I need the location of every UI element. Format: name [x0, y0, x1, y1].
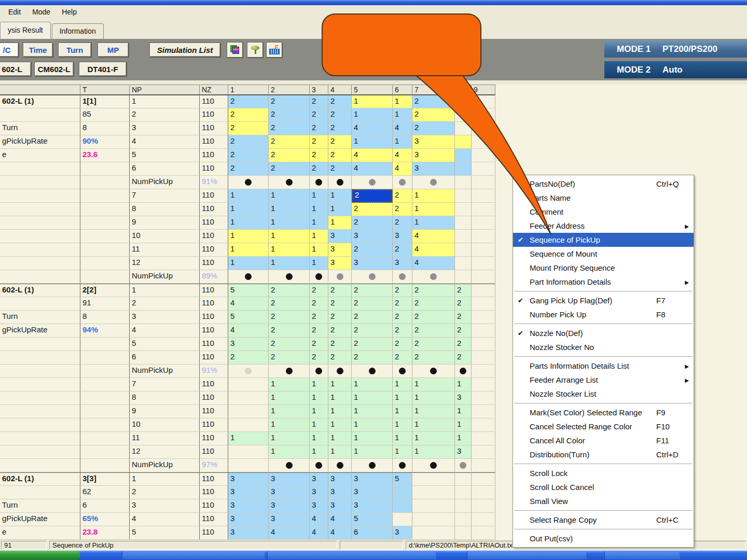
- grid-cell[interactable]: 3: [352, 230, 393, 243]
- grid-cell[interactable]: 2: [310, 135, 328, 149]
- grid-cell[interactable]: 1: [228, 230, 269, 243]
- grid-cell[interactable]: [455, 108, 472, 122]
- grid-cell[interactable]: [228, 405, 269, 418]
- grid-cell[interactable]: 1: [269, 216, 310, 230]
- grid-cell[interactable]: 4: [328, 513, 352, 526]
- grid-cell[interactable]: 2: [352, 324, 393, 338]
- grid-cell[interactable]: [472, 243, 495, 257]
- grid-cell[interactable]: [455, 230, 472, 243]
- grid-cell[interactable]: 1: [310, 230, 328, 243]
- grid-cell[interactable]: [472, 405, 495, 418]
- grid-cell[interactable]: 2: [328, 162, 352, 176]
- grid-cell[interactable]: 2: [228, 135, 269, 149]
- grid-cell[interactable]: 1: [269, 378, 310, 391]
- grid-cell[interactable]: 2: [412, 95, 455, 108]
- grid-cell[interactable]: [472, 95, 495, 108]
- grid-cell[interactable]: 1: [393, 418, 412, 432]
- grid-cell[interactable]: [472, 216, 495, 230]
- grid-cell[interactable]: 3: [310, 499, 328, 513]
- grid-cell[interactable]: [228, 445, 269, 459]
- grid-cell[interactable]: 2: [310, 162, 328, 176]
- grid-cell[interactable]: 3: [228, 499, 269, 513]
- menu-item-mark-set-color-selected-range[interactable]: Mark(Set Color) Selected RangeF9: [513, 405, 694, 419]
- grid-cell[interactable]: 2: [328, 338, 352, 351]
- grid-cell[interactable]: [472, 230, 495, 243]
- grid-cell[interactable]: 2: [412, 351, 455, 365]
- grid-cell[interactable]: [472, 162, 495, 176]
- grid-cell[interactable]: 3: [352, 472, 393, 486]
- grid-cell[interactable]: [472, 445, 495, 459]
- grid-cell[interactable]: 1: [310, 418, 328, 432]
- grid-cell[interactable]: 2: [455, 338, 472, 351]
- grid-cell[interactable]: 1: [310, 257, 328, 270]
- grid-cell[interactable]: 1: [228, 189, 269, 203]
- grid-cell[interactable]: 4: [310, 513, 328, 526]
- pickup-dot-cell[interactable]: [328, 270, 352, 284]
- pickup-dot-cell[interactable]: [352, 270, 393, 284]
- menu-mode[interactable]: Mode: [27, 6, 56, 18]
- grid-cell[interactable]: 2: [328, 324, 352, 338]
- grid-cell[interactable]: 2: [328, 297, 352, 311]
- grid-cell[interactable]: 3: [228, 513, 269, 526]
- grid-cell[interactable]: [472, 338, 495, 351]
- grid-cell[interactable]: [455, 257, 472, 270]
- grid-cell[interactable]: 1: [310, 189, 328, 203]
- grid-cell[interactable]: [393, 486, 412, 499]
- pickup-dot-cell[interactable]: [393, 365, 412, 378]
- grid-cell[interactable]: 2: [352, 216, 393, 230]
- grid-cell[interactable]: 1: [328, 203, 352, 216]
- pickup-dot-cell[interactable]: [455, 176, 472, 189]
- grid-cell[interactable]: 2: [352, 284, 393, 297]
- machine-602l-button[interactable]: 602-L: [0, 62, 31, 76]
- grid-cell[interactable]: 2: [393, 243, 412, 257]
- pickup-dot-cell[interactable]: [412, 270, 455, 284]
- grid-cell[interactable]: 3: [328, 486, 352, 499]
- menu-item-out-put-csv[interactable]: Out Put(csv): [513, 531, 694, 545]
- grid-cell[interactable]: 6: [352, 526, 393, 540]
- grid-cell[interactable]: [455, 189, 472, 203]
- menu-item-partsno-def[interactable]: PartsNo(Def)Ctrl+Q: [513, 177, 694, 191]
- grid-cell[interactable]: 2: [328, 95, 352, 108]
- menu-item-distribution-turn[interactable]: Distribution(Turn)Ctrl+D: [513, 447, 694, 461]
- grid-cell[interactable]: 1: [310, 391, 328, 405]
- pickup-dot-cell[interactable]: [310, 365, 328, 378]
- grid-cell[interactable]: 2: [412, 108, 455, 122]
- grid-cell[interactable]: 1: [352, 108, 393, 122]
- feeder-tree-button[interactable]: [247, 42, 263, 58]
- grid-cell[interactable]: 3: [352, 486, 393, 499]
- grid-cell[interactable]: 3: [310, 472, 328, 486]
- grid-cell[interactable]: 2: [310, 297, 328, 311]
- grid-cell[interactable]: 3: [352, 257, 393, 270]
- grid-cell[interactable]: 2: [269, 297, 310, 311]
- menu-item-small-view[interactable]: Small View: [513, 494, 694, 508]
- grid-cell[interactable]: 2: [393, 324, 412, 338]
- grid-cell[interactable]: 4: [228, 324, 269, 338]
- grid-cell[interactable]: [455, 162, 472, 176]
- grid-cell[interactable]: 1: [310, 432, 328, 445]
- menu-item-sequence-of-pickup[interactable]: ✔Sequence of PickUp: [513, 233, 694, 247]
- grid-cell[interactable]: 2: [228, 162, 269, 176]
- menu-help[interactable]: Help: [57, 6, 82, 18]
- grid-cell[interactable]: 2: [393, 216, 412, 230]
- grid-cell[interactable]: [393, 499, 412, 513]
- grid-cell[interactable]: 4: [228, 297, 269, 311]
- grid-cell[interactable]: 2: [269, 95, 310, 108]
- grid-cell[interactable]: 1: [455, 418, 472, 432]
- grid-cell[interactable]: 1: [412, 418, 455, 432]
- grid-cell[interactable]: 1: [393, 405, 412, 418]
- grid-cell[interactable]: 1: [328, 391, 352, 405]
- menu-item-parts-name[interactable]: Parts Name: [513, 191, 694, 205]
- grid-cell[interactable]: 5: [393, 472, 412, 486]
- grid-cell[interactable]: 3: [393, 257, 412, 270]
- menu-item-scroll-lock-cancel[interactable]: Scroll Lock Cancel: [513, 480, 694, 494]
- pickup-dot-cell[interactable]: [472, 459, 495, 472]
- grid-cell[interactable]: 2: [352, 297, 393, 311]
- pickup-dot-cell[interactable]: [472, 270, 495, 284]
- pickup-dot-cell[interactable]: [310, 459, 328, 472]
- grid-cell[interactable]: 1: [393, 108, 412, 122]
- grid-cell[interactable]: 4: [393, 149, 412, 162]
- grid-cell[interactable]: 1: [352, 405, 393, 418]
- grid-cell[interactable]: 1: [269, 391, 310, 405]
- grid-cell[interactable]: 2: [393, 203, 412, 216]
- tab-information[interactable]: Information: [52, 23, 104, 39]
